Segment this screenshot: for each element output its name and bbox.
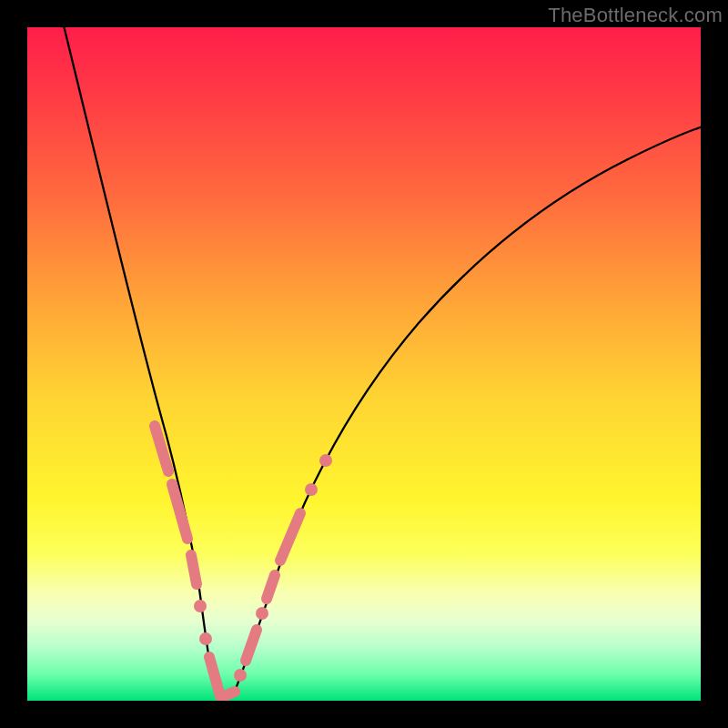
plot-area	[27, 27, 701, 701]
marker-seg-8	[280, 513, 300, 561]
marker-dot-2	[199, 632, 212, 645]
marker-dot-4	[256, 607, 268, 620]
marker-seg-6	[246, 630, 257, 661]
bottleneck-curve	[62, 27, 701, 699]
marker-seg-7	[267, 575, 275, 599]
marker-dot-5	[305, 483, 318, 496]
marker-seg-2	[172, 484, 187, 539]
marker-seg-3	[191, 555, 197, 584]
marker-seg-5	[222, 692, 235, 697]
marker-seg-4	[209, 657, 220, 696]
watermark-text: TheBottleneck.com	[548, 4, 723, 27]
marker-dot-6	[319, 454, 332, 467]
marker-dot-1	[194, 600, 207, 612]
marker-dot-3	[234, 669, 247, 682]
chart-frame: TheBottleneck.com	[0, 0, 728, 728]
curve-svg	[27, 27, 701, 701]
